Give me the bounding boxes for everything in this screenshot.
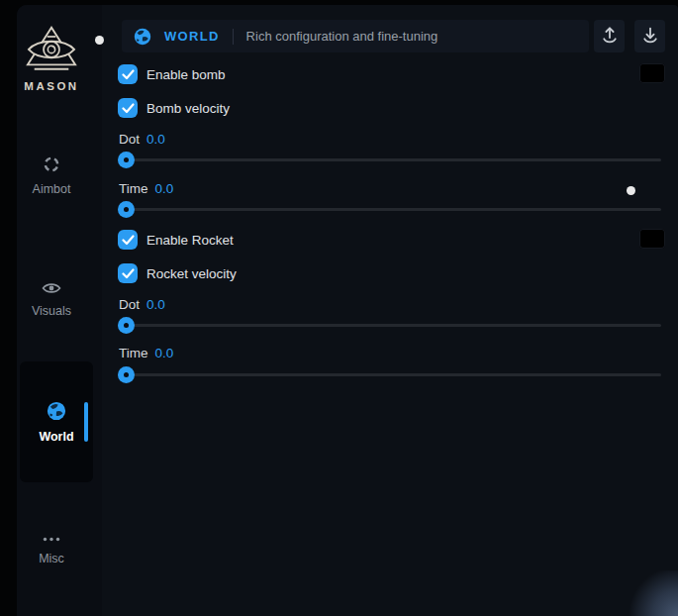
slider-handle[interactable]	[118, 317, 135, 334]
eye-icon	[42, 281, 61, 298]
checkbox-checked-icon[interactable]	[118, 263, 138, 283]
sidebar-item-label: Aimbot	[17, 182, 86, 196]
checkbox-row-rocket-velocity[interactable]: Rocket velocity	[118, 263, 237, 283]
slider-value: 0.0	[155, 181, 174, 196]
slider-handle[interactable]	[118, 201, 135, 218]
sidebar-item-label: World	[39, 430, 73, 444]
page-subtitle: Rich configuration and fine-tuning	[246, 29, 438, 44]
slider-track[interactable]	[118, 324, 661, 327]
ellipsis-icon	[42, 529, 61, 546]
page-title: WORLD	[164, 29, 220, 44]
sidebar-item-aimbot[interactable]: Aimbot	[17, 155, 86, 196]
slider-value: 0.0	[146, 297, 165, 312]
sidebar-item-label: Misc	[17, 552, 86, 565]
cursor-dot	[95, 36, 104, 45]
checkbox-row-enable-bomb[interactable]: Enable bomb	[118, 64, 226, 84]
globe-icon	[47, 401, 66, 425]
slider-value: 0.0	[155, 346, 174, 360]
slider-label-rocket-time: Time0.0	[119, 346, 173, 360]
app-window: MASON Aimbot Visuals World	[0, 0, 678, 616]
crosshair-icon	[43, 159, 60, 176]
slider-handle[interactable]	[118, 152, 135, 168]
header-divider	[233, 29, 234, 45]
mason-eye-logo-icon	[21, 59, 82, 76]
slider-value: 0.0	[146, 132, 165, 147]
checkbox-row-enable-rocket[interactable]: Enable Rocket	[118, 230, 234, 250]
cursor-dot	[627, 186, 635, 195]
logo: MASON	[17, 24, 86, 92]
slider-handle[interactable]	[118, 366, 135, 383]
checkbox-label: Rocket velocity	[146, 266, 237, 281]
logo-text: MASON	[17, 80, 86, 92]
sidebar-item-label: Visuals	[17, 304, 86, 318]
upload-icon	[600, 25, 620, 49]
export-config-button[interactable]	[594, 20, 625, 52]
window-background	[17, 5, 678, 616]
sidebar-item-misc[interactable]: Misc	[17, 529, 86, 565]
page-header: WORLD Rich configuration and fine-tuning	[122, 20, 589, 52]
sidebar-item-world[interactable]: World	[20, 361, 93, 482]
rocket-color-swatch[interactable]	[639, 229, 665, 249]
checkbox-label: Bomb velocity	[146, 101, 230, 116]
corner-glow	[627, 570, 678, 616]
slider-track[interactable]	[118, 373, 661, 376]
download-icon	[640, 25, 660, 49]
slider-label-bomb-time: Time0.0	[119, 181, 173, 196]
slider-label-rocket-dot: Dot0.0	[119, 297, 165, 312]
checkbox-checked-icon[interactable]	[118, 98, 138, 118]
slider-track[interactable]	[118, 208, 661, 211]
checkbox-checked-icon[interactable]	[118, 230, 138, 250]
active-tab-indicator	[84, 402, 88, 442]
slider-label-bomb-dot: Dot0.0	[119, 132, 165, 147]
checkbox-label: Enable bomb	[146, 67, 226, 82]
bomb-color-swatch[interactable]	[639, 63, 665, 83]
sidebar-item-visuals[interactable]: Visuals	[17, 281, 86, 318]
checkbox-checked-icon[interactable]	[118, 64, 138, 84]
checkbox-label: Enable Rocket	[146, 233, 234, 248]
checkbox-row-bomb-velocity[interactable]: Bomb velocity	[118, 98, 230, 118]
globe-icon	[134, 28, 151, 46]
import-config-button[interactable]	[634, 20, 665, 52]
slider-track[interactable]	[118, 158, 661, 161]
